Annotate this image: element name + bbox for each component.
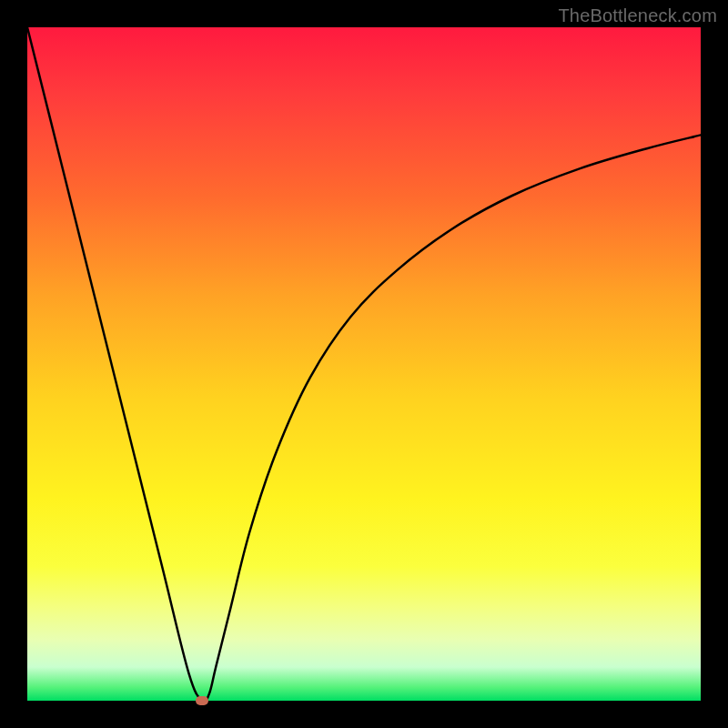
line-chart	[27, 27, 701, 701]
plot-area	[27, 27, 701, 701]
minimum-marker	[196, 696, 208, 705]
watermark-text: TheBottleneck.com	[558, 5, 717, 26]
chart-frame: TheBottleneck.com	[0, 0, 728, 728]
bottleneck-curve	[27, 27, 701, 702]
